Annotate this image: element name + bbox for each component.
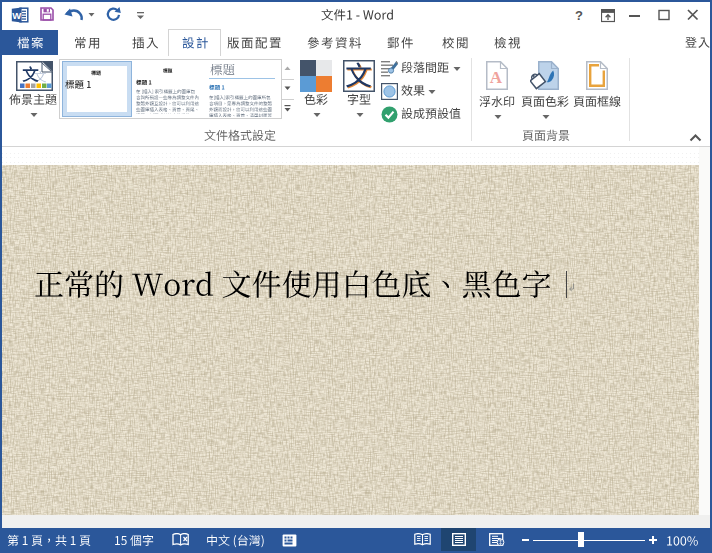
- svg-text:W: W: [12, 10, 21, 21]
- svg-text:?: ?: [575, 8, 583, 22]
- svg-text:A: A: [490, 68, 503, 87]
